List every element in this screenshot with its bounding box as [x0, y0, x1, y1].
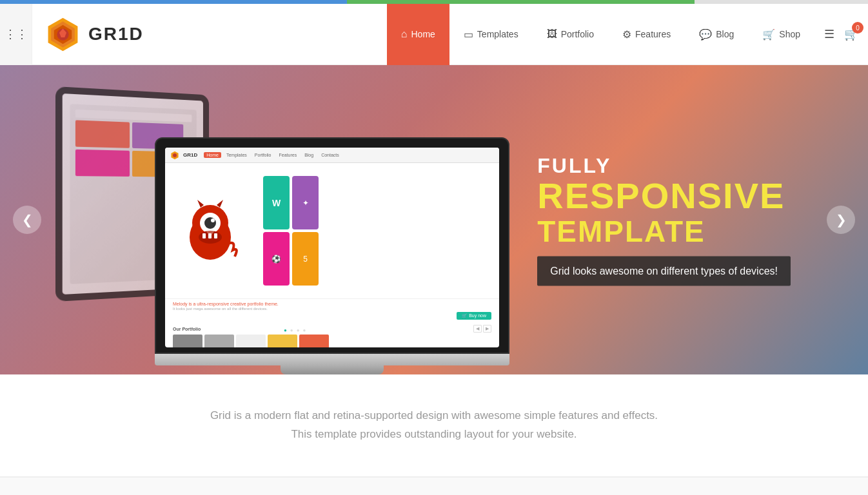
mini-portfolio-items — [173, 335, 491, 347]
mini-body-text-area: Melody is a ultra-responsive creative po… — [165, 298, 499, 322]
nav-item-portfolio[interactable]: 🖼 Portfolio — [533, 4, 608, 65]
home-icon: ⌂ — [401, 28, 408, 40]
mini-buy-button[interactable]: 🛒 Buy now — [457, 312, 491, 320]
mini-nav-blog: Blog — [302, 152, 316, 158]
svg-marker-14 — [217, 200, 223, 208]
laptop-screen: GR1D Home Templates Portfolio Features B… — [165, 148, 499, 347]
svg-point-11 — [204, 217, 216, 229]
mini-grid-dropbox: ✦ — [292, 176, 319, 229]
svg-marker-13 — [197, 200, 204, 208]
nav-item-templates[interactable]: ▭ Templates — [449, 4, 533, 65]
chevron-left-icon: ❮ — [22, 212, 33, 228]
mini-monster-area — [165, 163, 255, 298]
mini-grid-wordpress: W — [263, 176, 290, 229]
laptop-device: GR1D Home Templates Portfolio Features B… — [155, 137, 509, 374]
hero-heading-responsive: RESPONSIVE — [537, 178, 791, 214]
mini-portfolio-4 — [268, 335, 297, 347]
cart-icon: 🛒 — [762, 28, 775, 41]
svg-rect-18 — [214, 233, 217, 238]
cart-wrapper[interactable]: 🛒 0 — [844, 27, 858, 41]
mini-portfolio-next[interactable]: ▶ — [483, 325, 491, 333]
description-line1: Grid is a modern flat and retina-support… — [176, 407, 692, 425]
mini-grid-dribbble: ⚽ — [263, 232, 290, 286]
chevron-right-icon: ❯ — [836, 212, 847, 228]
hero-heading-template: TEMPLATE — [537, 214, 791, 249]
mini-portfolio-prev[interactable]: ◀ — [473, 325, 482, 333]
mini-nav-templates: Templates — [224, 152, 250, 158]
hero-text-block: FULLY RESPONSIVE TEMPLATE Grid looks awe… — [537, 154, 791, 286]
mini-logo-icon — [170, 151, 179, 160]
gear-icon: ⚙ — [622, 28, 631, 41]
mini-portfolio-2 — [204, 335, 234, 347]
mini-portfolio-area: Our Portfolio ◀ ▶ — [165, 322, 499, 347]
svg-rect-16 — [202, 233, 206, 238]
laptop-mockup: GR1D Home Templates Portfolio Features B… — [52, 72, 490, 374]
nav-right-area: ☰ 🛒 0 — [814, 4, 868, 65]
monster-character-icon — [178, 199, 242, 263]
mini-body-text: Melody is a ultra-responsive creative po… — [173, 302, 491, 306]
laptop-frame: GR1D Home Templates Portfolio Features B… — [155, 137, 509, 354]
laptop-base — [155, 354, 509, 365]
monitor-icon: ▭ — [464, 28, 473, 41]
mini-nav-contacts: Contacts — [319, 152, 342, 158]
hero-next-button[interactable]: ❯ — [827, 206, 855, 234]
logo-hexagon-icon — [45, 17, 81, 52]
hero-heading-fully: FULLY — [537, 154, 791, 178]
hero-section: ❮ — [0, 65, 868, 374]
mini-portfolio-1 — [173, 335, 202, 347]
chat-icon: 💬 — [699, 28, 712, 41]
cart-badge: 0 — [852, 22, 863, 34]
mini-nav-portfolio: Portfolio — [252, 152, 274, 158]
nav-item-blog[interactable]: 💬 Blog — [685, 4, 748, 65]
sidebar-toggle-button[interactable]: ⋮⋮ — [0, 4, 32, 65]
mini-nav: GR1D Home Templates Portfolio Features B… — [165, 148, 499, 163]
hero-prev-button[interactable]: ❮ — [13, 206, 41, 234]
mini-body-subtext: It looks just mega awesome on all the di… — [173, 307, 491, 311]
mini-portfolio-label: Our Portfolio — [173, 327, 201, 331]
mini-grid-html5: 5 — [292, 232, 319, 286]
mini-nav-links: Home Templates Portfolio Features Blog C… — [204, 152, 342, 158]
description-section: Grid is a modern flat and retina-support… — [0, 374, 868, 477]
svg-point-12 — [211, 218, 215, 222]
mini-portfolio-3 — [236, 335, 266, 347]
mini-grid: W ✦ ⚽ 5 — [255, 163, 326, 298]
hero-banner: Grid looks awesome on different types of… — [537, 257, 791, 286]
menu-lines-icon: ⋮⋮ — [5, 27, 28, 41]
mini-portfolio-5 — [299, 335, 329, 347]
hero-banner-text: Grid looks awesome on different types of… — [550, 266, 778, 277]
nav-item-features[interactable]: ⚙ Features — [608, 4, 685, 65]
laptop-stand — [281, 365, 384, 374]
mini-dots: ● ● ● ● — [284, 327, 306, 333]
header: ⋮⋮ GR1D ⌂ Home ▭ Templates 🖼 Portfolio ⚙… — [0, 4, 868, 65]
logo-area: GR1D — [32, 17, 157, 52]
progress-bar-blue — [0, 0, 347, 4]
mini-logo-text: GR1D — [183, 152, 197, 158]
logo-text: GR1D — [88, 24, 144, 44]
mini-content-area: ● ● ● ● W ✦ — [165, 163, 499, 298]
features-section — [0, 477, 868, 495]
mini-nav-features: Features — [277, 152, 300, 158]
main-nav: ⌂ Home ▭ Templates 🖼 Portfolio ⚙ Feature… — [387, 4, 868, 65]
description-line2: This template provides outstanding layou… — [176, 425, 692, 444]
nav-item-shop[interactable]: 🛒 Shop — [748, 4, 814, 65]
image-icon: 🖼 — [547, 28, 557, 40]
svg-point-7 — [173, 153, 177, 157]
mini-nav-home: Home — [204, 152, 221, 158]
nav-item-home[interactable]: ⌂ Home — [387, 4, 449, 65]
hamburger-icon[interactable]: ☰ — [824, 27, 834, 41]
